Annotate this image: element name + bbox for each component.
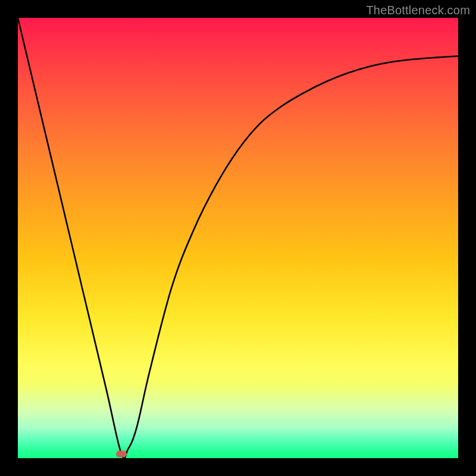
curve-path — [18, 18, 458, 458]
minimum-marker — [116, 450, 127, 457]
plot-area — [18, 18, 458, 458]
chart-container: TheBottleneck.com — [0, 0, 476, 476]
watermark-text: TheBottleneck.com — [366, 4, 470, 17]
curve-layer — [18, 18, 458, 458]
